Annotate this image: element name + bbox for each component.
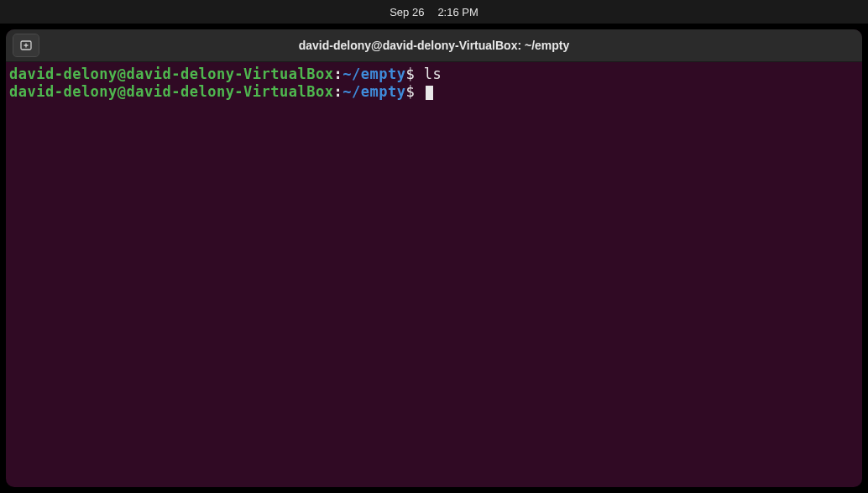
prompt-dollar: $	[405, 66, 423, 82]
window-titlebar[interactable]: david-delony@david-delony-VirtualBox: ~/…	[6, 29, 862, 62]
terminal-body[interactable]: david-delony@david-delony-VirtualBox:~/e…	[6, 62, 862, 105]
terminal-window: david-delony@david-delony-VirtualBox: ~/…	[6, 29, 862, 487]
topbar-date: Sep 26	[390, 6, 424, 18]
new-tab-button[interactable]	[13, 34, 39, 57]
prompt-colon: :	[333, 66, 342, 82]
prompt-dollar: $	[405, 83, 423, 100]
terminal-line: david-delony@david-delony-VirtualBox:~/e…	[9, 66, 859, 83]
prompt-path: ~/empty	[342, 83, 405, 100]
topbar-time: 2:16 PM	[437, 6, 478, 18]
window-title: david-delony@david-delony-VirtualBox: ~/…	[299, 39, 570, 52]
terminal-line: david-delony@david-delony-VirtualBox:~/e…	[9, 83, 859, 101]
prompt-colon: :	[333, 83, 342, 100]
prompt-user-host: david-delony@david-delony-VirtualBox	[9, 83, 333, 100]
terminal-cursor	[426, 86, 433, 100]
new-tab-icon	[19, 39, 33, 52]
gnome-top-bar[interactable]: Sep 26 2:16 PM	[0, 0, 868, 24]
prompt-path: ~/empty	[342, 66, 405, 82]
command-text: ls	[424, 66, 442, 82]
prompt-user-host: david-delony@david-delony-VirtualBox	[9, 66, 333, 82]
